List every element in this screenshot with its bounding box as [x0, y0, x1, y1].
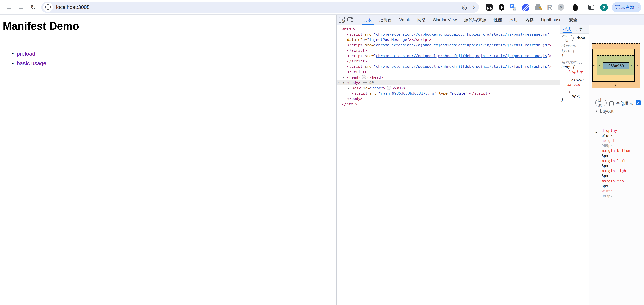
divider [560, 43, 589, 43]
reload-icon[interactable]: ↻ [28, 0, 38, 14]
hatch-extension-icon[interactable] [522, 4, 529, 10]
elements-tree-row[interactable]: ▶<div id="root">⋯</div> [337, 86, 560, 91]
printer-top [536, 4, 540, 6]
style-rule-selector[interactable]: body { [562, 64, 575, 69]
expand-property-icon[interactable]: ▶ [596, 131, 597, 134]
box-model-content[interactable]: 983×969 [603, 62, 630, 69]
padding-left-value: - [598, 63, 600, 68]
row-actions-dots-icon[interactable]: ⋯ [338, 80, 340, 86]
elements-tree-row[interactable]: <script src="chrome-extension://poippddl… [337, 53, 560, 58]
browser-menu-kebab-icon[interactable]: ⋮ [636, 4, 641, 10]
elements-tree-row[interactable]: <script src="main.99353058b36d3175.js" t… [337, 91, 560, 96]
style-property-value[interactable]: 8px; [572, 94, 581, 98]
toolbar-divider [356, 16, 356, 23]
devtools-tab-网络[interactable]: 网络 [414, 15, 430, 25]
border-bottom-value: - [614, 76, 616, 80]
expanded-icon[interactable]: ▼ [343, 80, 344, 86]
style-property-value[interactable]: block; [571, 78, 584, 82]
code-token-val: " [370, 86, 372, 90]
back-icon[interactable]: ← [4, 0, 14, 14]
code-token-tag: </script> [347, 48, 367, 52]
side-panel-icon[interactable] [588, 5, 594, 10]
resource-link[interactable]: chrome-extension://ojbbodkemjdhoiogaicbc… [376, 32, 547, 36]
resource-link[interactable]: chrome-extension://poippddljpknhnekfmjlf… [376, 64, 547, 68]
elements-tree-row[interactable]: </script> [337, 48, 560, 53]
collapsed-children-ellipsis[interactable]: ⋯ [387, 86, 391, 90]
computed-filter-input[interactable]: 过滤 [595, 100, 606, 106]
elements-tree-row[interactable]: <script src="chrome-extension://poippddl… [337, 64, 560, 69]
resource-link[interactable]: chrome-extension://poippddljpknhnekfmjlf… [376, 54, 547, 58]
preview-icon[interactable]: ◎ [461, 4, 468, 11]
flask-body [573, 5, 578, 10]
tab-computed[interactable]: 计算 [575, 25, 583, 34]
code-token-attr: id= [361, 86, 370, 90]
border-right-value: - [636, 63, 638, 68]
devtools-tab-源代码/来源[interactable]: 源代码/来源 [460, 15, 490, 25]
elements-tree-row[interactable]: </script> [337, 69, 560, 75]
pseudo-state-toggle[interactable]: :hov [576, 36, 585, 40]
elements-tree-row[interactable]: <script src="chrome-extension://ojbbodke… [337, 42, 560, 48]
elements-tree-row[interactable]: </script> [337, 58, 560, 64]
devtools-tab-Vmok[interactable]: Vmok [396, 15, 414, 25]
elements-tree-pane: <html><script src="chrome-extension://oj… [337, 25, 560, 305]
address-bar[interactable]: ⓘ localhost:3008 ◎ ☆ [41, 2, 479, 13]
bookmark-star-icon[interactable]: ☆ [470, 4, 477, 11]
group-checkbox-checked[interactable]: ✓ [636, 100, 641, 105]
profile-avatar[interactable]: X [600, 4, 608, 11]
elements-tree-row[interactable]: data-e2e="injectPostMessage"></script> [337, 37, 560, 42]
style-property-name[interactable]: display [568, 70, 583, 74]
show-all-checkbox[interactable] [609, 102, 614, 106]
devtools-tab-Lighthouse[interactable]: Lighthouse [537, 15, 565, 25]
translate-extension-icon[interactable]: 文 G [510, 4, 516, 10]
layout-group-header[interactable]: ▼ Layout [595, 108, 614, 114]
styles-pane: 样式 计算 过滤 :hov element.s tyle { } 用户代理...… [560, 25, 589, 305]
forward-icon[interactable]: → [16, 0, 26, 14]
site-info-icon[interactable]: ⓘ [43, 2, 53, 12]
property-value: 8px [602, 153, 644, 158]
printer-extension-icon[interactable]: ✎ [534, 6, 541, 10]
devtools-tab-元素[interactable]: 元素 [360, 15, 376, 25]
divider [560, 58, 589, 59]
pinwheel-extension-icon[interactable]: ❖ [558, 4, 564, 10]
collapsed-icon[interactable]: ▶ [348, 86, 350, 91]
property-name: margin-bottom [602, 148, 644, 153]
tab-styles[interactable]: 样式 [563, 25, 571, 34]
collapsed-icon[interactable]: ▶ [343, 75, 344, 80]
inspect-element-icon[interactable]: ↖ [339, 17, 345, 23]
devtools-tab-控制台[interactable]: 控制台 [376, 15, 396, 25]
devtools-tab-应用[interactable]: 应用 [506, 15, 522, 25]
flask-extension-icon[interactable] [572, 4, 578, 10]
update-chrome-button[interactable]: 完成更新 ⋮ [612, 2, 641, 12]
panda-extension-icon[interactable] [486, 4, 493, 10]
elements-tree-row[interactable]: <html> [337, 26, 560, 32]
collapsed-children-ellipsis[interactable]: ⋯ [362, 75, 366, 79]
resource-link[interactable]: chrome-extension://ojbbodkemjdhoiogaicbc… [376, 43, 547, 47]
styles-filter-input[interactable]: 过滤 [562, 35, 574, 42]
url-text[interactable]: localhost:3008 [56, 2, 90, 13]
elements-tree-row[interactable]: <script src="chrome-extension://ojbbodke… [337, 32, 560, 37]
device-toolbar-icon[interactable] [347, 18, 353, 22]
preload-link[interactable]: preload [17, 50, 35, 57]
devtools-tab-性能[interactable]: 性能 [490, 15, 506, 25]
elements-tree-row[interactable]: ▶<head>⋯</head> [337, 75, 560, 80]
oval-extension-icon[interactable] [499, 4, 504, 10]
devtools-tab-Slardar View[interactable]: Slardar View [430, 15, 460, 25]
computed-property-height: height969px [596, 138, 644, 148]
property-name: margin-right [602, 168, 644, 174]
code-token-tag: <div [352, 86, 361, 90]
basic-usage-link[interactable]: basic usage [17, 60, 46, 66]
code-token-val: " [374, 43, 376, 47]
element-style-line[interactable]: } [562, 53, 564, 58]
devtools-tab-安全[interactable]: 安全 [565, 15, 581, 25]
element-style-line[interactable]: tyle { [562, 48, 575, 53]
requestly-toolbar-icon[interactable]: R [546, 4, 553, 10]
code-token-attr: src= [362, 64, 374, 68]
element-style-line[interactable]: element.s [562, 44, 582, 48]
elements-tree-row[interactable]: </body> [337, 96, 560, 102]
code-token-tag: ></script> [468, 91, 490, 96]
elements-tree-row[interactable]: ⋯▼<body> == $0 [337, 80, 560, 86]
elements-tree-row[interactable]: </html> [337, 102, 560, 107]
expand-shorthand-icon[interactable]: ▶ [570, 90, 571, 94]
devtools-tab-内存[interactable]: 内存 [522, 15, 537, 25]
resource-link[interactable]: main.99353058b36d3175.js [381, 91, 434, 96]
